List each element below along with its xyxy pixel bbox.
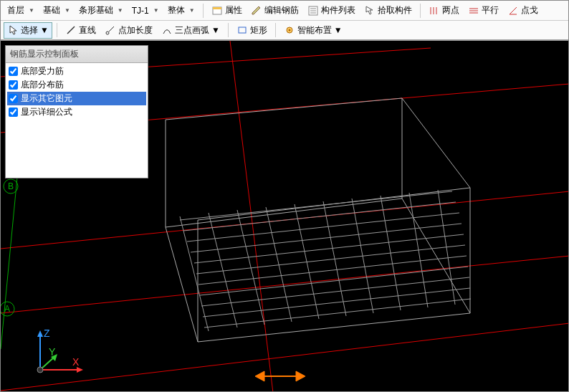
svg-line-12: [510, 7, 517, 14]
svg-line-25: [230, 41, 273, 391]
pencil-icon: [251, 5, 262, 16]
pick-icon: [364, 5, 376, 16]
separator: [275, 23, 276, 37]
separator: [203, 4, 204, 18]
cursor-icon: [7, 24, 19, 36]
smart-layout-button[interactable]: 智能布置▼: [280, 22, 346, 39]
svg-line-33: [187, 213, 459, 242]
svg-line-39: [201, 277, 469, 306]
strip-basis-dropdown[interactable]: 条形基础▼: [75, 2, 127, 19]
point-angle-icon: [507, 5, 519, 16]
svg-rect-17: [239, 27, 246, 33]
svg-line-30: [198, 313, 470, 342]
svg-marker-53: [37, 330, 43, 337]
separator: [57, 23, 57, 37]
strip-basis-label: 条形基础: [79, 4, 113, 16]
svg-line-49: [381, 196, 401, 310]
svg-line-44: [237, 210, 264, 325]
chevron-down-icon: ▼: [118, 7, 123, 14]
three-point-arc-button[interactable]: 三点画弧▼: [158, 22, 224, 39]
basis-label: 基础: [43, 4, 60, 16]
panel-item-0[interactable]: 底部受力筋: [7, 64, 146, 78]
svg-marker-56: [77, 367, 83, 373]
edit-rebar-button[interactable]: 编辑钢筋: [247, 2, 302, 19]
svg-line-35: [194, 234, 464, 263]
panel-item-2[interactable]: 显示其它图元: [7, 92, 146, 105]
line-icon: [65, 24, 77, 36]
basis-dropdown[interactable]: 基础▼: [39, 2, 74, 19]
panel-label-3: 显示详细公式: [21, 106, 72, 118]
separator: [420, 4, 421, 18]
svg-point-15: [106, 32, 109, 34]
point-length-button[interactable]: 点加长度: [101, 22, 156, 39]
code-dropdown[interactable]: TJ-1▼: [128, 4, 163, 18]
svg-text:Y: Y: [49, 346, 56, 358]
layer-dropdown[interactable]: 首层▼: [4, 2, 38, 19]
panel-checkbox-3[interactable]: [9, 107, 18, 117]
panel-label-2: 显示其它图元: [21, 92, 72, 105]
select-button[interactable]: 选择▼: [4, 22, 52, 39]
panel-label-1: 底部分布筋: [21, 79, 64, 91]
svg-line-51: [438, 190, 455, 305]
chevron-down-icon: ▼: [189, 7, 195, 14]
svg-point-61: [37, 367, 43, 373]
svg-point-19: [288, 29, 290, 32]
svg-line-41: [204, 299, 471, 328]
parallel-icon: [468, 5, 479, 16]
svg-line-48: [352, 199, 373, 313]
panel-item-3[interactable]: 显示详细公式: [7, 105, 146, 119]
svg-text:X: X: [72, 356, 80, 368]
svg-line-50: [409, 193, 428, 307]
arc-icon: [161, 24, 173, 36]
code-label: TJ-1: [132, 6, 149, 16]
panel-title: 钢筋显示控制面板: [6, 46, 148, 63]
svg-marker-63: [296, 371, 305, 381]
list-icon: [307, 5, 319, 16]
parallel-button[interactable]: 平行: [464, 2, 502, 19]
two-point-icon: [429, 5, 440, 16]
chevron-down-icon: ▼: [64, 7, 70, 14]
point-length-icon: [105, 24, 116, 36]
layer-label: 首层: [7, 4, 24, 16]
chevron-down-icon: ▼: [211, 25, 220, 35]
attr-button[interactable]: 属性: [208, 2, 246, 19]
panel-body: 底部受力筋底部分布筋显示其它图元显示详细公式: [6, 63, 148, 178]
axis-gizmo: Z X Y: [22, 327, 87, 384]
toolbar-primary: 首层▼ 基础▼ 条形基础▼ TJ-1▼ 整体▼ 属性 编辑钢筋 构件列表 拾取构…: [1, 1, 568, 21]
panel-checkbox-2[interactable]: [9, 94, 18, 103]
rebar-display-panel[interactable]: 钢筋显示控制面板 底部受力筋底部分布筋显示其它图元显示详细公式: [5, 45, 148, 178]
svg-line-14: [67, 27, 75, 34]
attr-icon: [211, 5, 223, 16]
gear-icon: [284, 24, 295, 36]
chevron-down-icon: ▼: [29, 7, 34, 14]
svg-line-42: [180, 216, 209, 331]
svg-rect-1: [213, 7, 221, 9]
chevron-down-icon: ▼: [40, 25, 49, 35]
toolbar-secondary: 选择▼ 直线 点加长度 三点画弧▼ 矩形 智能布置▼: [1, 21, 568, 41]
chevron-down-icon: ▼: [153, 7, 159, 14]
panel-checkbox-1[interactable]: [9, 80, 18, 90]
chevron-down-icon: ▼: [334, 25, 343, 35]
svg-line-46: [295, 204, 319, 319]
panel-checkbox-0[interactable]: [9, 67, 18, 76]
svg-line-40: [203, 288, 470, 317]
point-angle-button[interactable]: 点戈: [504, 2, 542, 19]
marker-a: A: [4, 304, 10, 314]
component-list-button[interactable]: 构件列表: [304, 2, 359, 19]
viewport-3d[interactable]: B A: [1, 41, 568, 391]
nav-arrows[interactable]: [252, 365, 309, 387]
svg-text:Z: Z: [44, 328, 50, 339]
separator: [228, 23, 229, 37]
panel-item-1[interactable]: 底部分布筋: [7, 78, 146, 92]
whole-label: 整体: [168, 4, 185, 16]
svg-marker-62: [255, 371, 264, 381]
svg-line-45: [266, 207, 292, 322]
pick-component-button[interactable]: 拾取构件: [360, 2, 416, 19]
two-point-button[interactable]: 两点: [425, 2, 463, 19]
panel-label-0: 底部受力筋: [21, 65, 64, 77]
rect-button[interactable]: 矩形: [233, 22, 271, 39]
svg-line-47: [323, 201, 346, 316]
whole-dropdown[interactable]: 整体▼: [164, 2, 199, 19]
svg-line-16: [109, 27, 114, 32]
line-button[interactable]: 直线: [62, 22, 100, 39]
